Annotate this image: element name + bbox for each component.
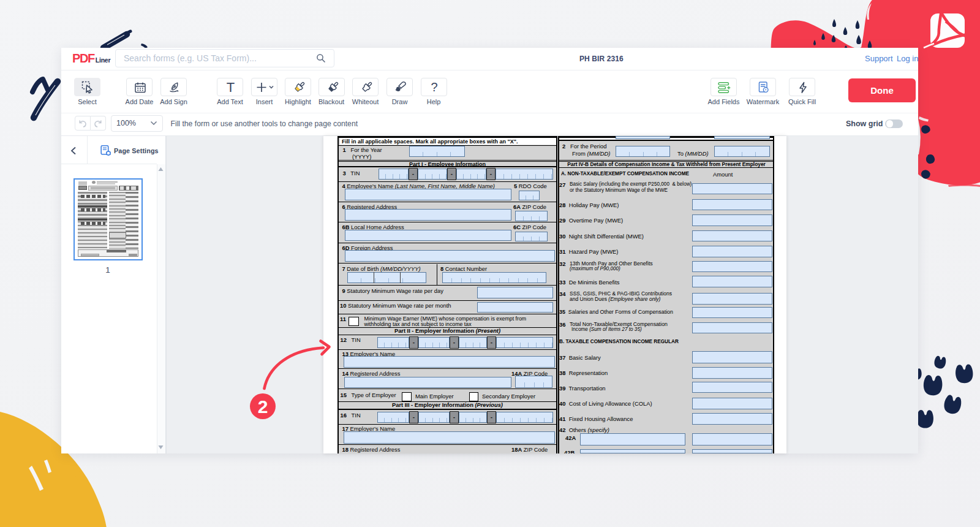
svg-text:2: 2 bbox=[258, 396, 268, 417]
